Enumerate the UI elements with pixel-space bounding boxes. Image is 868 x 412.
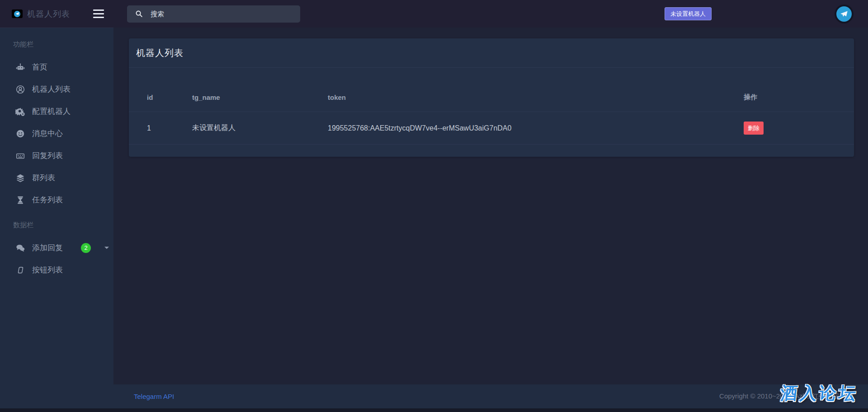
top-bar: 机器人列表 未设置机器人 — [0, 0, 868, 28]
cell-actions: 删除 — [744, 112, 854, 145]
brand-zone: 机器人列表 — [0, 0, 113, 28]
table-header-row: id tg_name token 操作 — [129, 68, 854, 112]
footer: Telegarm API Copyright © 2010~2020. Azhe… — [0, 384, 868, 412]
telegram-avatar-button[interactable] — [836, 6, 852, 22]
sidebar-item-label: 消息中心 — [32, 128, 63, 139]
delete-button[interactable]: 删除 — [744, 122, 764, 135]
sidebar-item-group-list[interactable]: 群列表 — [0, 167, 113, 189]
sidebar-item-message-center[interactable]: 消息中心 — [0, 122, 113, 145]
bottom-strip — [0, 408, 868, 412]
hourglass-icon — [14, 195, 26, 205]
sidebar-item-label: 回复列表 — [32, 150, 63, 161]
cell-token: 1995525768:AAE5tzrtycqDW7ve4--erMSawU3ai… — [328, 112, 744, 145]
search-box[interactable] — [127, 5, 300, 23]
menu-toggle-icon[interactable] — [93, 9, 104, 18]
cell-id: 1 — [129, 112, 192, 145]
chevron-down-icon[interactable] — [104, 247, 109, 249]
layers-icon — [14, 173, 26, 183]
table-row: 1 未设置机器人 1995525768:AAE5tzrtycqDW7ve4--e… — [129, 112, 854, 145]
gears-icon — [14, 107, 26, 117]
sidebar-item-label: 配置机器人 — [32, 106, 71, 117]
sidebar: 功能栏 首页 机器人列表 — [0, 28, 113, 384]
sidebar-item-label: 首页 — [32, 62, 47, 72]
sidebar-item-label: 机器人列表 — [32, 84, 71, 94]
reply-count-badge: 2 — [81, 243, 91, 253]
sidebar-item-label: 按钮列表 — [32, 265, 63, 275]
app-logo — [12, 9, 23, 18]
main-content: 机器人列表 id tg_name token 操作 1 未设置机器人 — [113, 28, 868, 384]
forum-watermark: 酒入论坛 — [779, 382, 859, 405]
sidebar-item-task-list[interactable]: 任务列表 — [0, 189, 113, 211]
sidebar-item-label: 任务列表 — [32, 195, 63, 205]
sidebar-item-bot-list[interactable]: 机器人列表 — [0, 78, 113, 100]
button-outline-icon — [14, 265, 26, 275]
bot-status-button[interactable]: 未设置机器人 — [665, 7, 712, 20]
chat-bubbles-icon — [14, 243, 26, 253]
telegram-logo-icon — [14, 11, 20, 17]
sidebar-item-home[interactable]: 首页 — [0, 56, 113, 78]
search-input[interactable] — [151, 10, 286, 18]
card-header: 机器人列表 — [129, 38, 854, 68]
sidebar-item-label: 添加回复 — [32, 243, 63, 253]
bot-list-card: 机器人列表 id tg_name token 操作 1 未设置机器人 — [129, 38, 854, 157]
robot-icon — [14, 62, 26, 72]
card-body: id tg_name token 操作 1 未设置机器人 1995525768:… — [129, 68, 854, 145]
sidebar-item-reply-list[interactable]: 回复列表 — [0, 145, 113, 167]
sidebar-item-button-list[interactable]: 按钮列表 — [0, 259, 113, 281]
page-title: 机器人列表 — [136, 47, 184, 59]
paper-plane-icon — [840, 10, 848, 18]
sidebar-section-functions: 功能栏 — [13, 40, 113, 49]
col-header-token: token — [328, 68, 744, 112]
col-header-id: id — [129, 68, 192, 112]
user-circle-icon — [14, 84, 26, 94]
bot-table: id tg_name token 操作 1 未设置机器人 1995525768:… — [129, 68, 854, 145]
search-icon — [135, 10, 143, 18]
smiley-icon — [14, 129, 26, 139]
keyboard-icon — [14, 151, 26, 161]
sidebar-item-configure-bot[interactable]: 配置机器人 — [0, 100, 113, 122]
cell-tg-name: 未设置机器人 — [192, 112, 328, 145]
sidebar-item-add-reply[interactable]: 添加回复 2 — [0, 237, 113, 259]
col-header-actions: 操作 — [744, 68, 854, 112]
telegram-api-link[interactable]: Telegarm API — [134, 393, 174, 400]
sidebar-section-data: 数据栏 — [13, 221, 113, 229]
sidebar-item-label: 群列表 — [32, 173, 55, 183]
app-title: 机器人列表 — [27, 9, 70, 19]
col-header-tg-name: tg_name — [192, 68, 328, 112]
